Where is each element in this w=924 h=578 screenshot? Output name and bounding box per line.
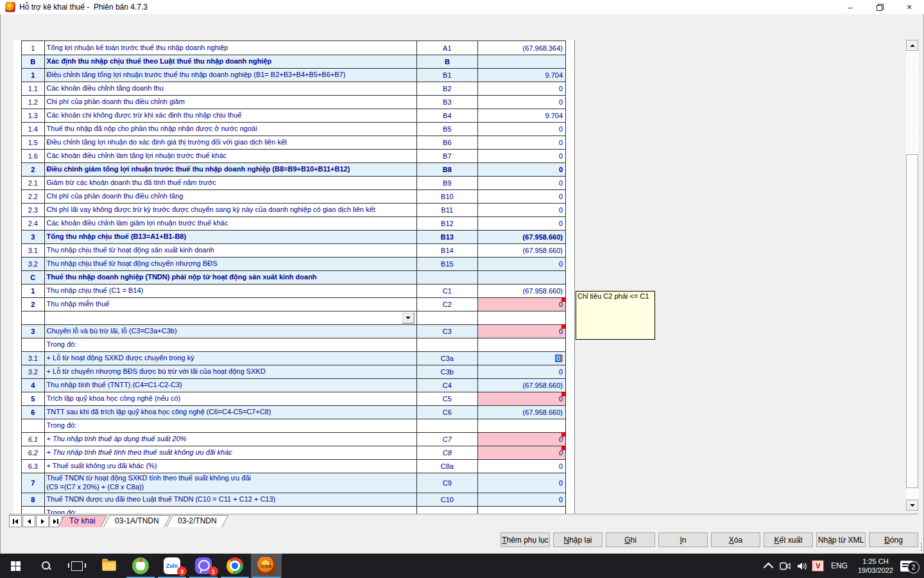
description-cell: + Thuế suất không ưu đãi khác (%) [45,460,417,473]
close-button[interactable]: × [894,0,924,14]
value-cell[interactable]: (67.958.660) [478,285,566,297]
description-cell: Thuế TNDN được ưu đãi theo Luật thuế TND… [45,493,417,506]
re-enter-button[interactable]: Nhập lại [553,532,603,547]
prev-sheet-button[interactable] [22,515,35,527]
value-cell[interactable]: 0 [478,96,566,109]
code-cell: B1 [417,69,478,82]
value-cell[interactable]: 0 [478,392,566,405]
code-cell [417,338,478,351]
value-cell[interactable]: 0 [478,123,566,136]
table-row: 1.6Các khoản điều chỉnh làm tăng lợi nhu… [22,150,566,163]
arrow-up-icon [910,44,915,47]
tab-label: Tờ khai [62,516,103,527]
title-bar: Hỗ trợ kê khai thuế - Phiên bản 4.7.3 – … [0,0,924,14]
minimize-button[interactable]: – [835,0,865,14]
restore-button[interactable] [865,0,894,14]
value-cell[interactable] [478,311,566,324]
value-text: (67.958.660) [523,408,563,416]
value-cell[interactable] [478,271,566,284]
chrome-button[interactable] [219,554,250,578]
scrollbar-thumb[interactable] [906,154,918,488]
table-row: Trong đó: [22,419,566,433]
value-text: 0 [559,85,563,92]
file-explorer-button[interactable] [94,554,124,578]
export-button[interactable]: Kết xuất [764,532,813,547]
value-cell[interactable]: 0 [478,136,566,149]
search-button[interactable] [31,554,62,578]
language-indicator[interactable]: ENG [826,554,853,578]
value-cell[interactable]: 0 [478,298,566,311]
value-cell[interactable]: 0 [478,473,566,493]
action-center-button[interactable]: 2 [898,554,924,578]
tab-03-1a-tndn[interactable]: 03-1A/TNDN [103,515,170,527]
start-icon [11,561,21,571]
next-sheet-button[interactable] [36,515,49,527]
row-number-cell: 6 [22,406,45,419]
value-cell[interactable]: 0 [478,365,566,378]
unikey-button[interactable]: V [810,554,826,578]
scroll-down-button[interactable] [906,500,918,511]
value-cell[interactable]: (67.958.660) [478,231,566,243]
table-row: 1.4Thuế thu nhập đã nộp cho phần thu nhậ… [22,123,566,136]
value-cell[interactable]: 0 [478,325,566,338]
start-button[interactable] [0,554,31,578]
value-cell[interactable]: 0 [478,190,566,203]
value-cell[interactable]: 0 [478,258,566,270]
value-cell[interactable]: (67.958.660) [478,379,566,392]
value-cell[interactable]: (67.958.660) [478,406,566,419]
htkk-button[interactable]: htkk [251,554,282,578]
row-number-cell: 1 [22,69,45,82]
code-cell: B13 [417,231,478,243]
value-cell[interactable]: 0 [478,82,566,95]
viber-button[interactable]: 1 [188,554,219,578]
dropdown-button[interactable] [402,312,415,324]
description-text: Xác định thu nhập chịu thuế theo Luật th… [47,55,416,67]
row-number-cell: 1.1 [22,82,45,95]
close-form-button[interactable]: Đóng [869,532,918,547]
coccoc-button[interactable] [125,554,156,578]
value-cell[interactable]: 0 [478,446,566,459]
value-cell[interactable]: 0 [478,150,566,162]
value-cell[interactable]: 0 [478,493,566,506]
vertical-scrollbar[interactable] [906,40,918,511]
value-cell[interactable]: 9.704 [478,109,566,122]
task-view-button[interactable] [62,554,92,578]
volume-button[interactable] [794,554,810,578]
value-cell[interactable]: 9.704 [478,69,566,82]
tray-chevron-button[interactable] [760,554,777,578]
value-text: 0 [559,139,563,146]
value-cell[interactable]: 0 [478,177,566,189]
print-button[interactable]: In [658,532,708,547]
value-cell[interactable]: 0 [478,163,566,176]
zalo-button[interactable]: Zalo 3 [157,554,187,578]
value-cell[interactable]: (67.968.364) [478,41,566,55]
resize-grip[interactable] [920,542,924,551]
value-cell[interactable] [478,338,566,351]
value-cell[interactable]: 0 [478,433,566,446]
clock[interactable]: 1:25 CH 19/03/2022 [853,554,898,578]
value-cell[interactable]: 0 [478,204,566,216]
value-cell[interactable] [478,419,566,432]
tab-03-2-tndn[interactable]: 03-2/TNDN [166,515,228,527]
table-row: 2Thu nhập miễn thuếC20 [22,298,566,311]
description-text: (C9 =(C7 x 20%) + (C8 x C8a)) [47,482,416,491]
meet-now-button[interactable] [777,554,794,578]
value-text: 0 [559,166,563,173]
value-cell[interactable]: 0 [478,460,566,473]
value-cell[interactable]: (67.958.660) [478,244,566,257]
save-button[interactable]: Ghi [606,532,655,547]
add-appendix-button[interactable]: Thêm phụ lục [501,532,550,547]
import-xml-button[interactable]: Nhập từ XML [816,532,866,547]
tab-to-khai[interactable]: Tờ khai [58,515,107,527]
value-cell[interactable]: 0 [478,352,566,365]
code-cell: B9 [417,177,478,189]
value-cell[interactable]: 0 [478,217,566,230]
delete-button[interactable]: Xóa [711,532,760,547]
scroll-up-button[interactable] [906,40,918,51]
speaker-icon [797,562,807,570]
viber-badge: 1 [209,566,218,576]
code-cell: B5 [417,123,478,136]
value-cell[interactable] [478,55,566,68]
description-text: Thu nhập miễn thuế [47,298,416,310]
first-sheet-button[interactable] [9,515,22,527]
